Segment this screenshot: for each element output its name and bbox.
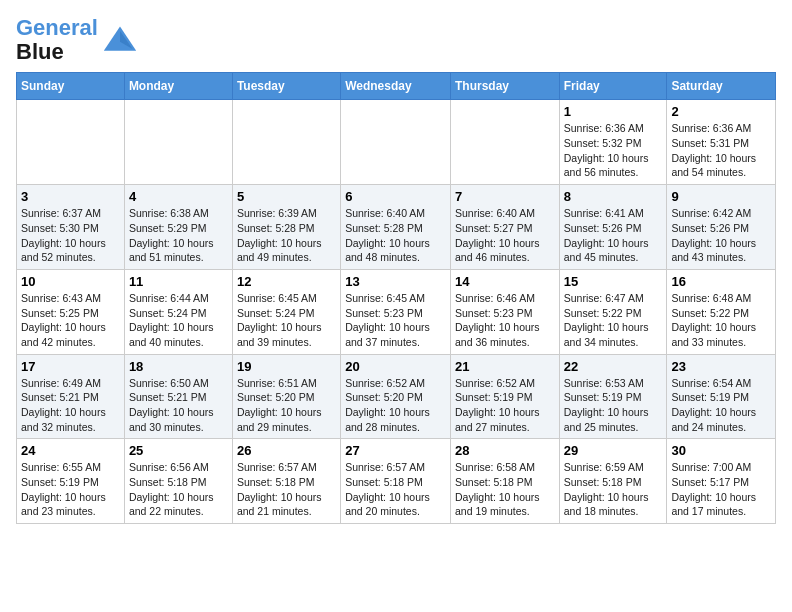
- day-number: 6: [345, 189, 446, 204]
- calendar-cell: 3Sunrise: 6:37 AMSunset: 5:30 PMDaylight…: [17, 185, 125, 270]
- day-info: Sunrise: 6:52 AMSunset: 5:19 PMDaylight:…: [455, 376, 555, 435]
- day-number: 23: [671, 359, 771, 374]
- day-number: 27: [345, 443, 446, 458]
- day-info: Sunrise: 6:54 AMSunset: 5:19 PMDaylight:…: [671, 376, 771, 435]
- calendar-cell: 24Sunrise: 6:55 AMSunset: 5:19 PMDayligh…: [17, 439, 125, 524]
- day-number: 26: [237, 443, 336, 458]
- day-number: 25: [129, 443, 228, 458]
- calendar-week-row: 10Sunrise: 6:43 AMSunset: 5:25 PMDayligh…: [17, 269, 776, 354]
- calendar-week-row: 3Sunrise: 6:37 AMSunset: 5:30 PMDaylight…: [17, 185, 776, 270]
- day-number: 30: [671, 443, 771, 458]
- day-info: Sunrise: 6:58 AMSunset: 5:18 PMDaylight:…: [455, 460, 555, 519]
- day-info: Sunrise: 6:51 AMSunset: 5:20 PMDaylight:…: [237, 376, 336, 435]
- day-info: Sunrise: 6:53 AMSunset: 5:19 PMDaylight:…: [564, 376, 663, 435]
- day-info: Sunrise: 7:00 AMSunset: 5:17 PMDaylight:…: [671, 460, 771, 519]
- day-info: Sunrise: 6:48 AMSunset: 5:22 PMDaylight:…: [671, 291, 771, 350]
- weekday-header-row: SundayMondayTuesdayWednesdayThursdayFrid…: [17, 73, 776, 100]
- day-info: Sunrise: 6:40 AMSunset: 5:28 PMDaylight:…: [345, 206, 446, 265]
- day-number: 2: [671, 104, 771, 119]
- day-number: 1: [564, 104, 663, 119]
- calendar-cell: 22Sunrise: 6:53 AMSunset: 5:19 PMDayligh…: [559, 354, 667, 439]
- day-info: Sunrise: 6:40 AMSunset: 5:27 PMDaylight:…: [455, 206, 555, 265]
- weekday-header-saturday: Saturday: [667, 73, 776, 100]
- day-number: 10: [21, 274, 120, 289]
- calendar-cell: 11Sunrise: 6:44 AMSunset: 5:24 PMDayligh…: [124, 269, 232, 354]
- day-number: 12: [237, 274, 336, 289]
- day-number: 15: [564, 274, 663, 289]
- day-number: 9: [671, 189, 771, 204]
- calendar-table: SundayMondayTuesdayWednesdayThursdayFrid…: [16, 72, 776, 524]
- calendar-week-row: 17Sunrise: 6:49 AMSunset: 5:21 PMDayligh…: [17, 354, 776, 439]
- calendar-cell: [17, 100, 125, 185]
- day-number: 20: [345, 359, 446, 374]
- calendar-cell: 20Sunrise: 6:52 AMSunset: 5:20 PMDayligh…: [341, 354, 451, 439]
- logo-icon: [102, 22, 138, 58]
- weekday-header-thursday: Thursday: [450, 73, 559, 100]
- calendar-cell: 29Sunrise: 6:59 AMSunset: 5:18 PMDayligh…: [559, 439, 667, 524]
- calendar-cell: 4Sunrise: 6:38 AMSunset: 5:29 PMDaylight…: [124, 185, 232, 270]
- day-number: 13: [345, 274, 446, 289]
- calendar-cell: 28Sunrise: 6:58 AMSunset: 5:18 PMDayligh…: [450, 439, 559, 524]
- day-number: 5: [237, 189, 336, 204]
- day-info: Sunrise: 6:59 AMSunset: 5:18 PMDaylight:…: [564, 460, 663, 519]
- day-info: Sunrise: 6:45 AMSunset: 5:23 PMDaylight:…: [345, 291, 446, 350]
- calendar-cell: 2Sunrise: 6:36 AMSunset: 5:31 PMDaylight…: [667, 100, 776, 185]
- calendar-cell: 10Sunrise: 6:43 AMSunset: 5:25 PMDayligh…: [17, 269, 125, 354]
- day-info: Sunrise: 6:38 AMSunset: 5:29 PMDaylight:…: [129, 206, 228, 265]
- calendar-cell: [124, 100, 232, 185]
- calendar-cell: 19Sunrise: 6:51 AMSunset: 5:20 PMDayligh…: [232, 354, 340, 439]
- logo-text: GeneralBlue: [16, 16, 98, 64]
- day-info: Sunrise: 6:50 AMSunset: 5:21 PMDaylight:…: [129, 376, 228, 435]
- day-number: 17: [21, 359, 120, 374]
- calendar-cell: 13Sunrise: 6:45 AMSunset: 5:23 PMDayligh…: [341, 269, 451, 354]
- day-info: Sunrise: 6:45 AMSunset: 5:24 PMDaylight:…: [237, 291, 336, 350]
- calendar-cell: 8Sunrise: 6:41 AMSunset: 5:26 PMDaylight…: [559, 185, 667, 270]
- calendar-cell: 26Sunrise: 6:57 AMSunset: 5:18 PMDayligh…: [232, 439, 340, 524]
- calendar-week-row: 1Sunrise: 6:36 AMSunset: 5:32 PMDaylight…: [17, 100, 776, 185]
- day-info: Sunrise: 6:41 AMSunset: 5:26 PMDaylight:…: [564, 206, 663, 265]
- day-info: Sunrise: 6:44 AMSunset: 5:24 PMDaylight:…: [129, 291, 228, 350]
- day-info: Sunrise: 6:39 AMSunset: 5:28 PMDaylight:…: [237, 206, 336, 265]
- calendar-cell: 15Sunrise: 6:47 AMSunset: 5:22 PMDayligh…: [559, 269, 667, 354]
- calendar-cell: 5Sunrise: 6:39 AMSunset: 5:28 PMDaylight…: [232, 185, 340, 270]
- calendar-cell: 16Sunrise: 6:48 AMSunset: 5:22 PMDayligh…: [667, 269, 776, 354]
- day-number: 21: [455, 359, 555, 374]
- calendar-cell: [341, 100, 451, 185]
- day-number: 4: [129, 189, 228, 204]
- calendar-cell: 30Sunrise: 7:00 AMSunset: 5:17 PMDayligh…: [667, 439, 776, 524]
- calendar-cell: [232, 100, 340, 185]
- day-number: 11: [129, 274, 228, 289]
- day-info: Sunrise: 6:46 AMSunset: 5:23 PMDaylight:…: [455, 291, 555, 350]
- logo: GeneralBlue: [16, 16, 138, 64]
- day-number: 28: [455, 443, 555, 458]
- day-info: Sunrise: 6:36 AMSunset: 5:32 PMDaylight:…: [564, 121, 663, 180]
- day-info: Sunrise: 6:55 AMSunset: 5:19 PMDaylight:…: [21, 460, 120, 519]
- day-number: 29: [564, 443, 663, 458]
- day-number: 24: [21, 443, 120, 458]
- calendar-cell: 14Sunrise: 6:46 AMSunset: 5:23 PMDayligh…: [450, 269, 559, 354]
- weekday-header-monday: Monday: [124, 73, 232, 100]
- page-header: GeneralBlue: [16, 16, 776, 64]
- day-number: 8: [564, 189, 663, 204]
- day-number: 7: [455, 189, 555, 204]
- day-info: Sunrise: 6:52 AMSunset: 5:20 PMDaylight:…: [345, 376, 446, 435]
- weekday-header-wednesday: Wednesday: [341, 73, 451, 100]
- day-number: 18: [129, 359, 228, 374]
- day-number: 16: [671, 274, 771, 289]
- calendar-cell: [450, 100, 559, 185]
- calendar-cell: 18Sunrise: 6:50 AMSunset: 5:21 PMDayligh…: [124, 354, 232, 439]
- calendar-cell: 25Sunrise: 6:56 AMSunset: 5:18 PMDayligh…: [124, 439, 232, 524]
- day-info: Sunrise: 6:42 AMSunset: 5:26 PMDaylight:…: [671, 206, 771, 265]
- day-info: Sunrise: 6:57 AMSunset: 5:18 PMDaylight:…: [237, 460, 336, 519]
- calendar-cell: 12Sunrise: 6:45 AMSunset: 5:24 PMDayligh…: [232, 269, 340, 354]
- day-info: Sunrise: 6:49 AMSunset: 5:21 PMDaylight:…: [21, 376, 120, 435]
- day-number: 14: [455, 274, 555, 289]
- day-info: Sunrise: 6:37 AMSunset: 5:30 PMDaylight:…: [21, 206, 120, 265]
- day-info: Sunrise: 6:43 AMSunset: 5:25 PMDaylight:…: [21, 291, 120, 350]
- calendar-cell: 23Sunrise: 6:54 AMSunset: 5:19 PMDayligh…: [667, 354, 776, 439]
- weekday-header-sunday: Sunday: [17, 73, 125, 100]
- calendar-cell: 27Sunrise: 6:57 AMSunset: 5:18 PMDayligh…: [341, 439, 451, 524]
- day-info: Sunrise: 6:47 AMSunset: 5:22 PMDaylight:…: [564, 291, 663, 350]
- day-number: 3: [21, 189, 120, 204]
- weekday-header-friday: Friday: [559, 73, 667, 100]
